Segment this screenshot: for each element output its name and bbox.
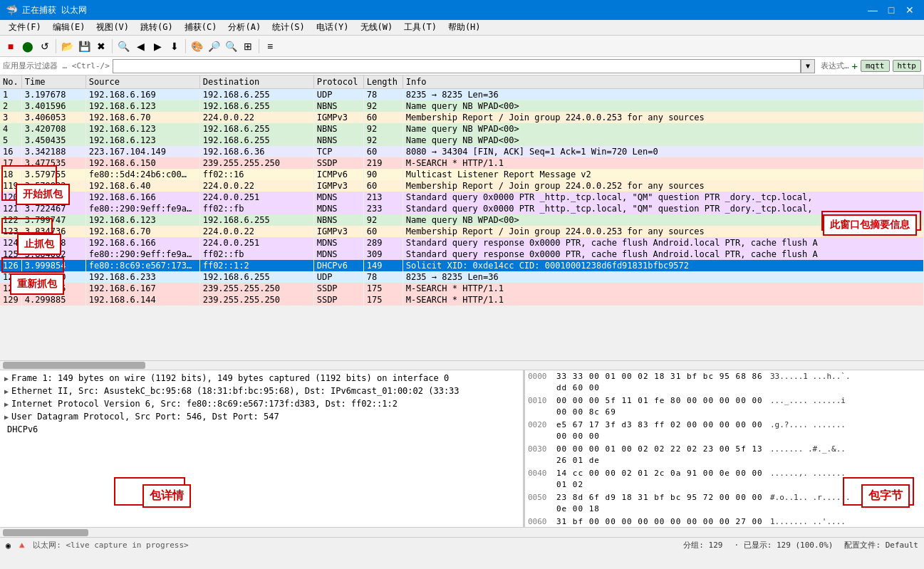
table-row[interactable]: 3 3.406053 192.168.6.70 224.0.0.22 IGMPv… <box>0 112 924 123</box>
zoom-out-btn[interactable]: 🔍 <box>223 38 239 54</box>
bytes-hex: 00 00 00 01 00 02 02 22 02 23 00 5f 13 2… <box>556 444 770 466</box>
cell-info: Membership Report / Join group 224.0.0.2… <box>403 180 923 192</box>
table-row[interactable]: 5 3.450435 192.168.6.123 192.168.6.255 N… <box>0 135 924 146</box>
menu-view[interactable]: 视图(V) <box>90 20 135 35</box>
menu-help[interactable]: 帮助(H) <box>442 20 487 35</box>
filter-add-btn[interactable]: + <box>852 61 858 72</box>
cell-src: 192.168.6.70 <box>85 112 199 123</box>
filter-label: 应用显示过滤器 … <Ctrl-/> <box>3 61 110 71</box>
cell-no: 120 <box>0 192 21 203</box>
detail-item[interactable]: ▶Internet Protocol Version 6, Src: fe80:… <box>1 397 521 410</box>
detail-item[interactable]: DHCPv6 <box>1 423 521 436</box>
menu-goto[interactable]: 跳转(G) <box>135 20 179 35</box>
separator-1 <box>56 39 56 53</box>
scroll-btn[interactable]: ⬇ <box>167 38 182 54</box>
menu-file[interactable]: 文件(F) <box>3 20 47 35</box>
zoom-orig-btn[interactable]: ⊞ <box>240 38 256 54</box>
cell-time: 3.999854 <box>21 260 85 271</box>
bytes-offset: 0010 <box>528 395 556 418</box>
restart-capture-btn[interactable]: ↺ <box>37 38 53 54</box>
cell-len: 175 <box>363 283 403 294</box>
open-btn[interactable]: 📂 <box>59 38 75 54</box>
start-capture-btn[interactable]: ■ <box>3 38 19 54</box>
bytes-offset: 0040 <box>528 468 556 491</box>
table-row[interactable]: 122 3.799747 192.168.6.123 192.168.6.255… <box>0 214 924 226</box>
table-row[interactable]: 120 3.722262 192.168.6.166 224.0.0.251 M… <box>0 192 924 203</box>
packet-list-area: No. Time Source Destination Protocol Len… <box>0 75 924 360</box>
minimize-button[interactable]: — <box>864 3 881 17</box>
table-row[interactable]: 129 4.299885 192.168.6.144 239.255.255.2… <box>0 294 924 306</box>
menu-edit[interactable]: 编辑(E) <box>47 20 91 35</box>
detail-text: Ethernet II, Src: AsustekC_bc:95:68 (18:… <box>11 386 460 396</box>
cell-info: Membership Report / Join group 224.0.0.2… <box>403 112 923 123</box>
forward-btn[interactable]: ▶ <box>150 38 165 54</box>
table-row[interactable]: 128 4.205735 192.168.6.167 239.255.255.2… <box>0 283 924 294</box>
table-row[interactable]: 17 3.477535 192.168.6.150 239.255.255.25… <box>0 157 924 169</box>
pkt-detail-btn[interactable]: ≡ <box>262 38 278 54</box>
cell-src: 192.168.6.166 <box>85 237 199 249</box>
app-icon: 🦈 <box>6 4 18 16</box>
cell-no: 119 <box>0 180 21 192</box>
table-row[interactable]: 123 3.834736 192.168.6.70 224.0.0.22 IGM… <box>0 226 924 237</box>
table-row[interactable]: 124 3.863858 192.168.6.166 224.0.0.251 M… <box>0 237 924 249</box>
cell-info: Name query NB WPAD<00> <box>403 100 923 112</box>
cell-src: 192.168.6.123 <box>85 123 199 135</box>
table-row[interactable]: 127 4.032900 192.168.6.233 192.168.6.255… <box>0 271 924 283</box>
filter-dropdown-btn[interactable]: ▼ <box>801 59 815 73</box>
table-row[interactable]: 4 3.420708 192.168.6.123 192.168.6.255 N… <box>0 123 924 135</box>
cell-src: 192.168.6.144 <box>85 294 199 306</box>
table-row[interactable]: 16 3.342188 223.167.104.149 192.168.6.36… <box>0 146 924 157</box>
detail-arrow: ▶ <box>4 413 9 421</box>
h-scrollbar[interactable] <box>0 360 924 370</box>
detail-item[interactable]: ▶User Datagram Protocol, Src Port: 546, … <box>1 410 521 423</box>
table-row[interactable]: 126 3.999854 fe80::8c69:e567:173… ff02::… <box>0 260 924 271</box>
cell-proto: IGMPv3 <box>313 226 363 237</box>
detail-item[interactable]: ▶Frame 1: 149 bytes on wire (1192 bits),… <box>1 372 521 385</box>
cell-len: 78 <box>363 89 403 101</box>
packet-table: No. Time Source Destination Protocol Len… <box>0 75 924 306</box>
colorize-btn[interactable]: 🎨 <box>189 38 204 54</box>
cell-time: 3.450435 <box>21 135 85 146</box>
table-row[interactable]: 2 3.401596 192.168.6.123 192.168.6.255 N… <box>0 100 924 112</box>
cell-no: 126 <box>0 260 21 271</box>
menu-statistics[interactable]: 统计(S) <box>266 20 311 35</box>
menu-wireless[interactable]: 无线(W) <box>355 20 399 35</box>
close-file-btn[interactable]: ✖ <box>93 38 109 54</box>
table-row[interactable]: 125 3.864002 fe80::290:9eff:fe9a… ff02::… <box>0 249 924 260</box>
table-row[interactable]: 119 3.579832 192.168.6.40 224.0.0.22 IGM… <box>0 180 924 192</box>
table-row[interactable]: 1 3.197678 192.168.6.169 192.168.6.255 U… <box>0 89 924 101</box>
stop-capture-btn[interactable]: ⬤ <box>20 38 36 54</box>
table-row[interactable]: 18 3.579755 fe80::5d4:24b6:c00… ff02::16… <box>0 169 924 180</box>
cell-no: 2 <box>0 100 21 112</box>
back-btn[interactable]: ◀ <box>133 38 148 54</box>
cell-no: 128 <box>0 283 21 294</box>
cell-proto: UDP <box>313 89 363 101</box>
close-button[interactable]: ✕ <box>901 3 918 17</box>
cell-proto: ICMPv6 <box>313 169 363 180</box>
detail-h-scrollbar[interactable] <box>0 527 924 537</box>
zoom-in-btn[interactable]: 🔎 <box>206 38 222 54</box>
bytes-hex: 00 00 00 5f 11 01 fe 80 00 00 00 00 00 0… <box>556 395 770 418</box>
save-btn[interactable]: 💾 <box>76 38 92 54</box>
cell-proto: MDNS <box>313 249 363 260</box>
filter-tag-mqtt[interactable]: mqtt <box>861 60 890 72</box>
packet-list-scroll[interactable]: No. Time Source Destination Protocol Len… <box>0 75 924 360</box>
filter-tag-http[interactable]: http <box>893 60 922 72</box>
detail-arrow: ▶ <box>4 375 9 382</box>
menu-telephony[interactable]: 电话(Y) <box>311 20 355 35</box>
col-header-proto: Protocol <box>313 75 363 89</box>
separator-2 <box>112 39 113 53</box>
table-row[interactable]: 121 3.722467 fe80::290:9eff:fe9a… ff02::… <box>0 203 924 214</box>
find-btn[interactable]: 🔍 <box>115 38 131 54</box>
menu-capture[interactable]: 捕获(C) <box>179 20 223 35</box>
bytes-hex: 23 8d 6f d9 18 31 bf bc 95 72 00 00 00 0… <box>556 492 770 515</box>
filter-input[interactable] <box>113 59 801 73</box>
cell-info: Standard query response 0x0000 PTR, cach… <box>403 237 923 249</box>
menu-tools[interactable]: 工具(T) <box>398 20 442 35</box>
maximize-button[interactable]: □ <box>883 3 900 17</box>
detail-item[interactable]: ▶Ethernet II, Src: AsustekC_bc:95:68 (18… <box>1 385 521 397</box>
cell-info: Name query NB WPAD<00> <box>403 135 923 146</box>
menu-analyze[interactable]: 分析(A) <box>222 20 266 35</box>
cell-dst: 192.168.6.255 <box>199 214 313 226</box>
cell-no: 3 <box>0 112 21 123</box>
